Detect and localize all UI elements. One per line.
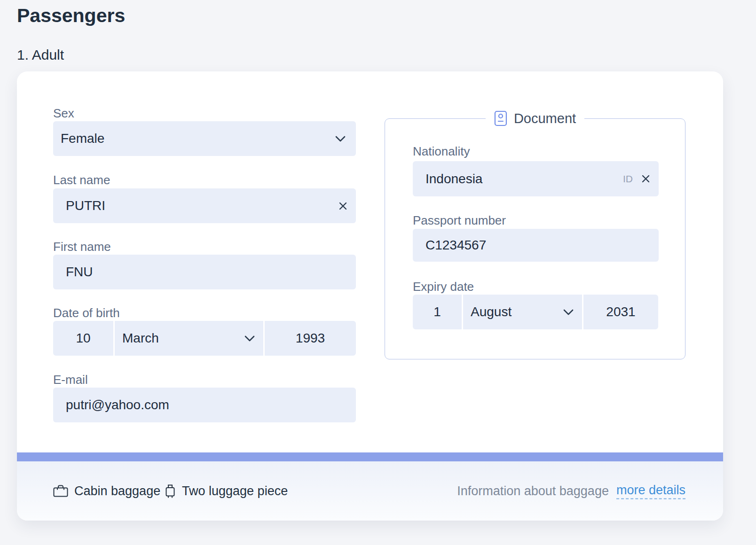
nationality-doc-type-badge: ID — [623, 173, 633, 185]
chevron-down-icon — [244, 335, 255, 342]
sex-select[interactable]: Female — [53, 121, 356, 156]
nationality-clear-button[interactable] — [641, 174, 650, 183]
first-name-label: First name — [53, 240, 111, 254]
nationality-label: Nationality — [413, 144, 470, 159]
expiry-month-value: August — [471, 304, 512, 319]
date-of-birth-field: March — [53, 321, 356, 356]
birth-month-select[interactable]: March — [113, 321, 265, 356]
baggage-info: Information about baggage more details — [457, 483, 685, 499]
baggage-footer: Cabin baggage Two luggage piece Informat… — [17, 461, 723, 521]
last-name-clear-button[interactable] — [339, 202, 347, 210]
nationality-input[interactable] — [413, 161, 617, 196]
sex-select-value: Female — [61, 131, 104, 146]
passenger-card: Sex Female Last name First name Date of … — [17, 71, 723, 521]
expiry-year-input[interactable] — [583, 295, 658, 329]
last-name-input[interactable] — [53, 188, 330, 223]
birth-month-value: March — [122, 331, 159, 346]
chevron-down-icon — [563, 309, 574, 315]
document-section: Document Nationality ID Passport number … — [385, 118, 685, 359]
email-label: E-mail — [53, 373, 88, 387]
page-title: Passengers — [17, 5, 125, 27]
passport-document-icon — [494, 110, 507, 126]
email-input[interactable] — [53, 388, 356, 422]
expiry-month-select[interactable]: August — [462, 295, 583, 329]
expiry-date-field: August — [413, 295, 658, 329]
cabin-baggage-label: Cabin baggage — [74, 484, 160, 498]
chevron-down-icon — [335, 136, 346, 142]
accent-bar — [17, 452, 723, 461]
document-title: Document — [514, 111, 576, 126]
close-icon — [339, 202, 347, 210]
cabin-baggage-icon — [53, 485, 68, 498]
luggage-label: Two luggage piece — [182, 484, 288, 498]
luggage-icon — [165, 483, 176, 498]
document-legend: Document — [486, 108, 584, 129]
birth-year-input[interactable] — [265, 321, 356, 356]
last-name-field — [53, 188, 356, 223]
last-name-label: Last name — [53, 173, 110, 187]
luggage-item: Two luggage piece — [165, 483, 288, 498]
cabin-baggage-item: Cabin baggage — [53, 484, 160, 498]
more-details-link[interactable]: more details — [616, 483, 685, 499]
birth-day-input[interactable] — [53, 321, 113, 356]
baggage-info-text: Information about baggage — [457, 484, 609, 498]
expiry-date-label: Expiry date — [413, 280, 474, 294]
close-icon — [641, 174, 650, 183]
date-of-birth-label: Date of birth — [53, 306, 120, 320]
passport-number-input[interactable] — [413, 229, 659, 262]
first-name-input[interactable] — [53, 255, 356, 289]
sex-label: Sex — [53, 106, 74, 121]
passport-number-label: Passport number — [413, 213, 506, 228]
section-heading: 1. Adult — [17, 47, 64, 63]
expiry-day-input[interactable] — [413, 295, 462, 329]
nationality-field: ID — [413, 161, 659, 196]
